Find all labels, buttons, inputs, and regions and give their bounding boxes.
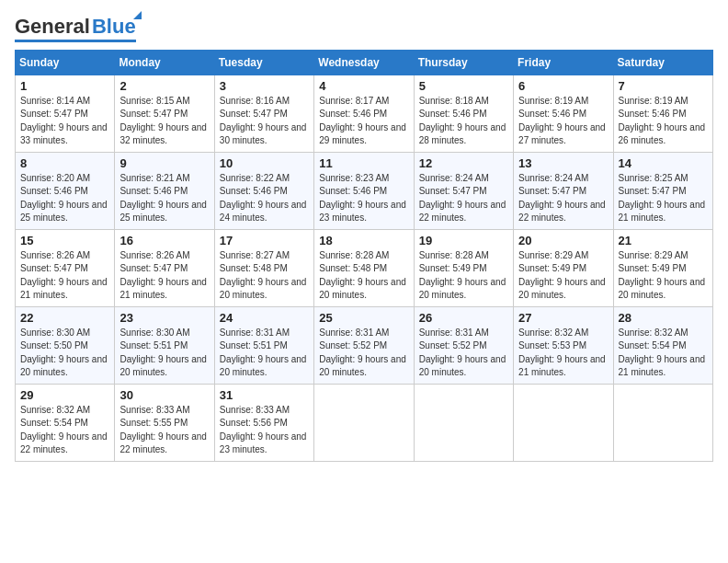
calendar-cell bbox=[314, 384, 414, 461]
day-info: Sunrise: 8:29 AMSunset: 5:49 PMDaylight:… bbox=[518, 249, 608, 303]
calendar-cell: 7Sunrise: 8:19 AMSunset: 5:46 PMDaylight… bbox=[613, 75, 712, 152]
day-number: 1 bbox=[20, 79, 109, 93]
day-info: Sunrise: 8:32 AMSunset: 5:54 PMDaylight:… bbox=[619, 327, 708, 380]
weekday-header: Tuesday bbox=[214, 50, 313, 75]
day-info: Sunrise: 8:30 AMSunset: 5:51 PMDaylight:… bbox=[119, 327, 209, 380]
day-number: 4 bbox=[319, 79, 408, 93]
calendar-cell bbox=[414, 384, 513, 461]
logo: General Blue bbox=[15, 15, 136, 42]
day-number: 9 bbox=[119, 156, 209, 170]
calendar-cell: 31Sunrise: 8:33 AMSunset: 5:56 PMDayligh… bbox=[214, 384, 313, 461]
calendar-cell: 11Sunrise: 8:23 AMSunset: 5:46 PMDayligh… bbox=[314, 152, 414, 229]
calendar-cell: 12Sunrise: 8:24 AMSunset: 5:47 PMDayligh… bbox=[414, 152, 513, 229]
calendar-cell: 20Sunrise: 8:29 AMSunset: 5:49 PMDayligh… bbox=[514, 229, 613, 306]
day-number: 17 bbox=[220, 234, 309, 247]
day-number: 16 bbox=[119, 234, 209, 247]
day-number: 7 bbox=[619, 79, 708, 93]
day-number: 21 bbox=[619, 234, 708, 247]
calendar-cell: 10Sunrise: 8:22 AMSunset: 5:46 PMDayligh… bbox=[214, 152, 313, 229]
day-info: Sunrise: 8:32 AMSunset: 5:54 PMDaylight:… bbox=[20, 404, 109, 457]
day-info: Sunrise: 8:18 AMSunset: 5:46 PMDaylight:… bbox=[419, 95, 508, 148]
day-number: 27 bbox=[518, 311, 608, 325]
day-info: Sunrise: 8:29 AMSunset: 5:49 PMDaylight:… bbox=[619, 249, 708, 303]
weekday-header: Friday bbox=[514, 50, 613, 75]
day-number: 24 bbox=[220, 311, 309, 325]
calendar-cell: 13Sunrise: 8:24 AMSunset: 5:47 PMDayligh… bbox=[514, 152, 613, 229]
day-info: Sunrise: 8:26 AMSunset: 5:47 PMDaylight:… bbox=[119, 249, 209, 303]
calendar-cell: 26Sunrise: 8:31 AMSunset: 5:52 PMDayligh… bbox=[414, 306, 513, 384]
day-info: Sunrise: 8:32 AMSunset: 5:53 PMDaylight:… bbox=[518, 327, 608, 380]
day-info: Sunrise: 8:24 AMSunset: 5:47 PMDaylight:… bbox=[419, 172, 508, 225]
day-info: Sunrise: 8:31 AMSunset: 5:52 PMDaylight:… bbox=[319, 327, 408, 380]
calendar-cell: 25Sunrise: 8:31 AMSunset: 5:52 PMDayligh… bbox=[314, 306, 414, 384]
day-number: 3 bbox=[220, 79, 309, 93]
weekday-header: Wednesday bbox=[314, 50, 414, 75]
day-number: 31 bbox=[220, 388, 309, 402]
weekday-header: Sunday bbox=[16, 50, 115, 75]
day-number: 13 bbox=[518, 156, 608, 170]
calendar-cell: 21Sunrise: 8:29 AMSunset: 5:49 PMDayligh… bbox=[613, 229, 712, 306]
calendar-cell: 18Sunrise: 8:28 AMSunset: 5:48 PMDayligh… bbox=[314, 229, 414, 306]
calendar-cell: 30Sunrise: 8:33 AMSunset: 5:55 PMDayligh… bbox=[115, 384, 214, 461]
day-info: Sunrise: 8:26 AMSunset: 5:47 PMDaylight:… bbox=[20, 249, 109, 303]
day-number: 20 bbox=[518, 234, 608, 247]
calendar-cell: 19Sunrise: 8:28 AMSunset: 5:49 PMDayligh… bbox=[414, 229, 513, 306]
day-number: 23 bbox=[119, 311, 209, 325]
day-number: 6 bbox=[518, 79, 608, 93]
day-info: Sunrise: 8:30 AMSunset: 5:50 PMDaylight:… bbox=[20, 327, 109, 380]
day-info: Sunrise: 8:23 AMSunset: 5:46 PMDaylight:… bbox=[319, 172, 408, 225]
day-number: 30 bbox=[119, 388, 209, 402]
logo-general: General bbox=[15, 15, 90, 39]
calendar-cell: 5Sunrise: 8:18 AMSunset: 5:46 PMDaylight… bbox=[414, 75, 513, 152]
day-info: Sunrise: 8:19 AMSunset: 5:46 PMDaylight:… bbox=[518, 95, 608, 148]
calendar-cell: 22Sunrise: 8:30 AMSunset: 5:50 PMDayligh… bbox=[16, 306, 115, 384]
day-info: Sunrise: 8:33 AMSunset: 5:56 PMDaylight:… bbox=[220, 404, 309, 457]
weekday-header: Saturday bbox=[613, 50, 712, 75]
day-number: 12 bbox=[419, 156, 508, 170]
day-number: 10 bbox=[220, 156, 309, 170]
day-number: 11 bbox=[319, 156, 408, 170]
day-number: 25 bbox=[319, 311, 408, 325]
day-info: Sunrise: 8:21 AMSunset: 5:46 PMDaylight:… bbox=[119, 172, 209, 225]
day-info: Sunrise: 8:28 AMSunset: 5:49 PMDaylight:… bbox=[419, 249, 508, 303]
calendar-cell: 16Sunrise: 8:26 AMSunset: 5:47 PMDayligh… bbox=[115, 229, 214, 306]
calendar-cell: 29Sunrise: 8:32 AMSunset: 5:54 PMDayligh… bbox=[16, 384, 115, 461]
day-info: Sunrise: 8:17 AMSunset: 5:46 PMDaylight:… bbox=[319, 95, 408, 148]
calendar-cell: 27Sunrise: 8:32 AMSunset: 5:53 PMDayligh… bbox=[514, 306, 613, 384]
day-info: Sunrise: 8:24 AMSunset: 5:47 PMDaylight:… bbox=[518, 172, 608, 225]
calendar-cell bbox=[613, 384, 712, 461]
day-info: Sunrise: 8:31 AMSunset: 5:52 PMDaylight:… bbox=[419, 327, 508, 380]
day-info: Sunrise: 8:31 AMSunset: 5:51 PMDaylight:… bbox=[220, 327, 309, 380]
day-info: Sunrise: 8:22 AMSunset: 5:46 PMDaylight:… bbox=[220, 172, 309, 225]
calendar-cell: 14Sunrise: 8:25 AMSunset: 5:47 PMDayligh… bbox=[613, 152, 712, 229]
day-number: 19 bbox=[419, 234, 508, 247]
day-info: Sunrise: 8:20 AMSunset: 5:46 PMDaylight:… bbox=[20, 172, 109, 225]
page-header: General Blue bbox=[15, 15, 713, 42]
day-number: 15 bbox=[20, 234, 109, 247]
calendar-cell: 15Sunrise: 8:26 AMSunset: 5:47 PMDayligh… bbox=[16, 229, 115, 306]
day-number: 28 bbox=[619, 311, 708, 325]
calendar-cell: 23Sunrise: 8:30 AMSunset: 5:51 PMDayligh… bbox=[115, 306, 214, 384]
day-number: 2 bbox=[119, 79, 209, 93]
logo-blue: Blue bbox=[92, 15, 136, 38]
day-info: Sunrise: 8:19 AMSunset: 5:46 PMDaylight:… bbox=[619, 95, 708, 148]
day-number: 5 bbox=[419, 79, 508, 93]
calendar-cell: 4Sunrise: 8:17 AMSunset: 5:46 PMDaylight… bbox=[314, 75, 414, 152]
calendar-cell: 24Sunrise: 8:31 AMSunset: 5:51 PMDayligh… bbox=[214, 306, 313, 384]
calendar-cell: 3Sunrise: 8:16 AMSunset: 5:47 PMDaylight… bbox=[214, 75, 313, 152]
calendar-cell: 28Sunrise: 8:32 AMSunset: 5:54 PMDayligh… bbox=[613, 306, 712, 384]
day-info: Sunrise: 8:14 AMSunset: 5:47 PMDaylight:… bbox=[20, 95, 109, 148]
day-info: Sunrise: 8:16 AMSunset: 5:47 PMDaylight:… bbox=[220, 95, 309, 148]
day-number: 22 bbox=[20, 311, 109, 325]
calendar-cell: 2Sunrise: 8:15 AMSunset: 5:47 PMDaylight… bbox=[115, 75, 214, 152]
calendar-cell: 6Sunrise: 8:19 AMSunset: 5:46 PMDaylight… bbox=[514, 75, 613, 152]
day-info: Sunrise: 8:28 AMSunset: 5:48 PMDaylight:… bbox=[319, 249, 408, 303]
day-number: 18 bbox=[319, 234, 408, 247]
day-number: 14 bbox=[619, 156, 708, 170]
weekday-header: Thursday bbox=[414, 50, 513, 75]
day-number: 29 bbox=[20, 388, 109, 402]
day-info: Sunrise: 8:25 AMSunset: 5:47 PMDaylight:… bbox=[619, 172, 708, 225]
calendar-cell: 1Sunrise: 8:14 AMSunset: 5:47 PMDaylight… bbox=[16, 75, 115, 152]
day-number: 8 bbox=[20, 156, 109, 170]
calendar-cell: 8Sunrise: 8:20 AMSunset: 5:46 PMDaylight… bbox=[16, 152, 115, 229]
